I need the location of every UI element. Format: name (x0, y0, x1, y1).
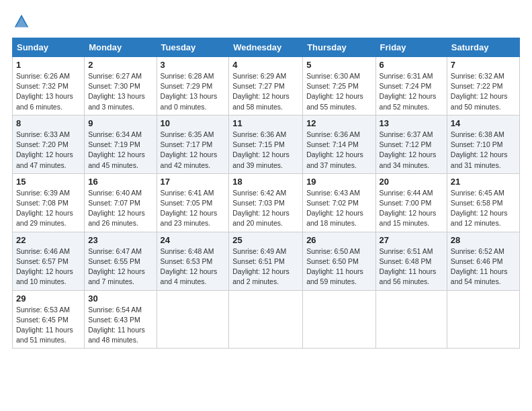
day-number: 21 (451, 177, 516, 187)
day-number: 18 (232, 177, 299, 187)
calendar-cell (157, 290, 229, 349)
calendar-cell: 24Sunrise: 6:48 AMSunset: 6:53 PMDayligh… (157, 232, 229, 290)
calendar-cell: 25Sunrise: 6:49 AMSunset: 6:51 PMDayligh… (229, 232, 303, 290)
logo (12, 12, 34, 31)
day-number: 7 (451, 60, 516, 70)
day-of-week-header: Saturday (447, 38, 519, 57)
day-number: 13 (380, 118, 443, 128)
day-number: 6 (380, 60, 443, 70)
day-number: 29 (16, 293, 81, 304)
calendar-cell: 17Sunrise: 6:41 AMSunset: 7:05 PMDayligh… (157, 173, 229, 232)
calendar-week-row: 22Sunrise: 6:46 AMSunset: 6:57 PMDayligh… (13, 232, 520, 290)
day-number: 3 (161, 60, 226, 70)
calendar-cell: 29Sunrise: 6:53 AMSunset: 6:45 PMDayligh… (13, 290, 85, 349)
calendar-cell: 16Sunrise: 6:40 AMSunset: 7:07 PMDayligh… (85, 173, 157, 232)
day-number: 11 (232, 118, 299, 128)
day-number: 8 (16, 118, 81, 128)
day-detail: Sunrise: 6:32 AMSunset: 7:22 PMDaylight:… (451, 72, 508, 111)
calendar-cell: 23Sunrise: 6:47 AMSunset: 6:55 PMDayligh… (85, 232, 157, 290)
day-of-week-header: Wednesday (229, 38, 303, 57)
day-of-week-header: Monday (85, 38, 157, 57)
day-detail: Sunrise: 6:31 AMSunset: 7:24 PMDaylight:… (380, 72, 437, 111)
day-detail: Sunrise: 6:54 AMSunset: 6:43 PMDaylight:… (88, 306, 145, 345)
day-detail: Sunrise: 6:37 AMSunset: 7:12 PMDaylight:… (380, 130, 437, 169)
day-number: 17 (161, 177, 226, 187)
day-number: 20 (380, 177, 443, 187)
day-detail: Sunrise: 6:44 AMSunset: 7:00 PMDaylight:… (380, 189, 437, 228)
day-number: 25 (232, 235, 299, 245)
day-number: 1 (16, 60, 81, 70)
day-detail: Sunrise: 6:33 AMSunset: 7:20 PMDaylight:… (16, 130, 73, 169)
day-detail: Sunrise: 6:40 AMSunset: 7:07 PMDaylight:… (88, 189, 145, 228)
calendar-cell: 20Sunrise: 6:44 AMSunset: 7:00 PMDayligh… (375, 173, 447, 232)
day-number: 19 (306, 177, 371, 187)
day-number: 5 (306, 60, 371, 70)
calendar-week-row: 15Sunrise: 6:39 AMSunset: 7:08 PMDayligh… (13, 173, 520, 232)
day-number: 15 (16, 177, 81, 187)
day-detail: Sunrise: 6:47 AMSunset: 6:55 PMDaylight:… (88, 247, 145, 286)
calendar-cell: 14Sunrise: 6:38 AMSunset: 7:10 PMDayligh… (447, 115, 519, 173)
day-detail: Sunrise: 6:30 AMSunset: 7:25 PMDaylight:… (306, 72, 363, 111)
day-detail: Sunrise: 6:29 AMSunset: 7:27 PMDaylight:… (232, 72, 290, 111)
calendar-cell: 5Sunrise: 6:30 AMSunset: 7:25 PMDaylight… (303, 57, 375, 116)
day-detail: Sunrise: 6:39 AMSunset: 7:08 PMDaylight:… (16, 189, 73, 228)
calendar-cell: 21Sunrise: 6:45 AMSunset: 6:58 PMDayligh… (447, 173, 519, 232)
day-number: 10 (161, 118, 226, 128)
calendar-cell: 22Sunrise: 6:46 AMSunset: 6:57 PMDayligh… (13, 232, 85, 290)
calendar-week-row: 8Sunrise: 6:33 AMSunset: 7:20 PMDaylight… (13, 115, 520, 173)
day-detail: Sunrise: 6:50 AMSunset: 6:50 PMDaylight:… (306, 247, 363, 286)
day-detail: Sunrise: 6:36 AMSunset: 7:15 PMDaylight:… (232, 130, 290, 169)
calendar-cell: 9Sunrise: 6:34 AMSunset: 7:19 PMDaylight… (85, 115, 157, 173)
calendar-cell: 15Sunrise: 6:39 AMSunset: 7:08 PMDayligh… (13, 173, 85, 232)
day-number: 30 (88, 293, 152, 304)
calendar-cell: 28Sunrise: 6:52 AMSunset: 6:46 PMDayligh… (447, 232, 519, 290)
day-detail: Sunrise: 6:51 AMSunset: 6:48 PMDaylight:… (380, 247, 437, 286)
day-detail: Sunrise: 6:45 AMSunset: 6:58 PMDaylight:… (451, 189, 508, 228)
calendar-cell: 13Sunrise: 6:37 AMSunset: 7:12 PMDayligh… (375, 115, 447, 173)
day-number: 9 (88, 118, 152, 128)
calendar: SundayMondayTuesdayWednesdayThursdayFrid… (12, 38, 520, 349)
day-detail: Sunrise: 6:42 AMSunset: 7:03 PMDaylight:… (232, 189, 290, 228)
day-number: 28 (451, 235, 516, 245)
day-detail: Sunrise: 6:36 AMSunset: 7:14 PMDaylight:… (306, 130, 363, 169)
day-detail: Sunrise: 6:28 AMSunset: 7:29 PMDaylight:… (161, 72, 218, 111)
calendar-week-row: 1Sunrise: 6:26 AMSunset: 7:32 PMDaylight… (13, 57, 520, 116)
day-number: 27 (380, 235, 443, 245)
day-detail: Sunrise: 6:35 AMSunset: 7:17 PMDaylight:… (161, 130, 218, 169)
calendar-cell: 11Sunrise: 6:36 AMSunset: 7:15 PMDayligh… (229, 115, 303, 173)
calendar-cell (375, 290, 447, 349)
day-detail: Sunrise: 6:41 AMSunset: 7:05 PMDaylight:… (161, 189, 218, 228)
calendar-cell: 8Sunrise: 6:33 AMSunset: 7:20 PMDaylight… (13, 115, 85, 173)
calendar-cell: 27Sunrise: 6:51 AMSunset: 6:48 PMDayligh… (375, 232, 447, 290)
logo-icon (12, 12, 31, 31)
calendar-cell: 4Sunrise: 6:29 AMSunset: 7:27 PMDaylight… (229, 57, 303, 116)
calendar-cell: 10Sunrise: 6:35 AMSunset: 7:17 PMDayligh… (157, 115, 229, 173)
calendar-header-row: SundayMondayTuesdayWednesdayThursdayFrid… (13, 38, 520, 57)
day-detail: Sunrise: 6:53 AMSunset: 6:45 PMDaylight:… (16, 306, 73, 345)
day-number: 16 (88, 177, 152, 187)
day-detail: Sunrise: 6:49 AMSunset: 6:51 PMDaylight:… (232, 247, 290, 286)
day-detail: Sunrise: 6:52 AMSunset: 6:46 PMDaylight:… (451, 247, 508, 286)
calendar-cell: 18Sunrise: 6:42 AMSunset: 7:03 PMDayligh… (229, 173, 303, 232)
calendar-cell: 6Sunrise: 6:31 AMSunset: 7:24 PMDaylight… (375, 57, 447, 116)
day-detail: Sunrise: 6:27 AMSunset: 7:30 PMDaylight:… (88, 72, 145, 111)
day-detail: Sunrise: 6:46 AMSunset: 6:57 PMDaylight:… (16, 247, 73, 286)
calendar-cell (447, 290, 519, 349)
day-number: 23 (88, 235, 152, 245)
day-detail: Sunrise: 6:34 AMSunset: 7:19 PMDaylight:… (88, 130, 145, 169)
calendar-week-row: 29Sunrise: 6:53 AMSunset: 6:45 PMDayligh… (13, 290, 520, 349)
day-of-week-header: Thursday (303, 38, 375, 57)
calendar-cell: 2Sunrise: 6:27 AMSunset: 7:30 PMDaylight… (85, 57, 157, 116)
calendar-cell (229, 290, 303, 349)
day-detail: Sunrise: 6:48 AMSunset: 6:53 PMDaylight:… (161, 247, 218, 286)
calendar-cell: 3Sunrise: 6:28 AMSunset: 7:29 PMDaylight… (157, 57, 229, 116)
calendar-cell: 7Sunrise: 6:32 AMSunset: 7:22 PMDaylight… (447, 57, 519, 116)
calendar-cell (303, 290, 375, 349)
day-number: 14 (451, 118, 516, 128)
day-number: 24 (161, 235, 226, 245)
calendar-cell: 1Sunrise: 6:26 AMSunset: 7:32 PMDaylight… (13, 57, 85, 116)
day-detail: Sunrise: 6:38 AMSunset: 7:10 PMDaylight:… (451, 130, 508, 169)
day-of-week-header: Friday (375, 38, 447, 57)
calendar-cell: 19Sunrise: 6:43 AMSunset: 7:02 PMDayligh… (303, 173, 375, 232)
day-number: 12 (306, 118, 371, 128)
